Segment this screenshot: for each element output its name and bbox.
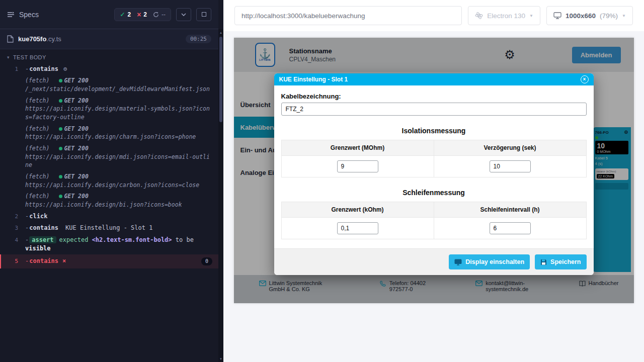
isolationsmessung-heading: Isolationsmessung (281, 127, 587, 135)
fail-cross-icon: × (62, 257, 66, 265)
speichern-button[interactable]: Speichern (535, 254, 586, 269)
fetch-prefix: (fetch) (25, 173, 49, 180)
app-under-test: ⚓ LITTWIN Stationsname CPLV4_Maschen ⚙ A… (234, 38, 634, 303)
command-number (0, 172, 25, 189)
stop-tests-button[interactable] (196, 8, 211, 21)
close-icon[interactable]: × (581, 75, 589, 83)
grenzwert-kohm-input[interactable] (337, 222, 378, 234)
command-number: 3 (0, 224, 25, 232)
cypress-reporter: Specs ✓2 ×2 -- kue705fo.cy.ts 00:25 (0, 0, 223, 362)
iso-col2-header: Verzögerung (sek) (434, 140, 586, 156)
command-row-fetch[interactable]: (fetch) GET 200 https://api.iconify.desi… (0, 123, 218, 143)
specs-menu[interactable]: Specs (7, 11, 109, 19)
command-number: 1 (0, 65, 25, 73)
viewport-selector[interactable]: 1000x660 (79%) ▼ (546, 6, 633, 25)
loop-col2-header: Schleifenintervall (h) (434, 202, 586, 218)
fetch-status: GET 200 (64, 97, 88, 104)
check-icon: ✓ (120, 11, 125, 18)
kabelbezeichnung-input[interactable] (281, 103, 587, 116)
schleifenmessung-table: Grenzwert (kOhm) Schleifenintervall (h) (281, 202, 587, 239)
command-row-contains-3[interactable]: 3 -containsKUE Einstellung - Slot 1 (0, 222, 218, 234)
dash: - (25, 236, 29, 243)
assert-mid: to be (176, 236, 194, 243)
spec-file-row[interactable]: kue705fo.cy.ts 00:25 (0, 29, 218, 49)
test-stats: ✓2 ×2 -- (114, 8, 171, 21)
loop-cell-1 (281, 218, 434, 239)
command-row-contains-1[interactable]: 1 -contains⚙ (0, 63, 218, 75)
isolationsmessung-table: Grenzwert (MOhm) Verzögerung (sek) (281, 140, 587, 177)
command-number (0, 125, 25, 141)
file-icon (7, 35, 14, 43)
kabel-label: Kabelbezeichnung: (281, 93, 587, 100)
retry-count-badge: 0 (201, 257, 212, 266)
test-body-label: TEST BODY (13, 54, 46, 60)
command-number (0, 76, 25, 93)
stat-failed: ×2 (137, 11, 147, 19)
stop-icon (202, 12, 206, 17)
stat-passed: ✓2 (120, 11, 131, 18)
scroll-down-icon[interactable]: ▼ (218, 355, 223, 362)
assert-target: <h2.text-sm.font-bold> (92, 236, 172, 243)
fetch-status: GET 200 (64, 125, 88, 132)
schleifenmessung-heading: Schleifenmessung (281, 189, 587, 197)
fetch-status: GET 200 (64, 145, 88, 152)
browser-name: Electron 130 (487, 12, 525, 20)
schleifenintervall-input[interactable] (490, 222, 531, 234)
aut-viewport: ⚓ LITTWIN Stationsname CPLV4_Maschen ⚙ A… (223, 31, 644, 362)
command-row-click[interactable]: 2 -click (0, 211, 218, 222)
fetch-url: https://api.iconify.design/carbon.json?i… (25, 181, 212, 190)
command-row-fetch[interactable]: (fetch) GET 200 https://api.iconify.desi… (0, 143, 218, 171)
command-number (0, 97, 25, 122)
verzoegerung-sek-input[interactable] (490, 160, 531, 172)
electron-icon (475, 12, 483, 20)
reporter-scrollbar[interactable]: ▲ ▼ (218, 29, 223, 362)
command-row-assert[interactable]: 4 -assertexpected <h2.text-sm.font-bold>… (0, 234, 218, 255)
fetch-url: https://api.iconify.design/bi.json?icons… (25, 201, 212, 209)
assert-badge: assert (29, 236, 56, 243)
cross-icon: × (137, 11, 141, 19)
assert-state: visible (25, 245, 51, 252)
fetch-prefix: (fetch) (25, 145, 49, 152)
command-number (0, 144, 25, 169)
test-body-toggle[interactable]: ▾ TEST BODY (0, 49, 218, 63)
status-dot-icon (59, 127, 62, 131)
command-row-fetch[interactable]: (fetch) GET 200 /_next/static/developmen… (0, 75, 218, 95)
fetch-prefix: (fetch) (25, 125, 49, 132)
monitor-icon (553, 12, 561, 19)
browser-selector[interactable]: Electron 130 ▼ (468, 6, 540, 25)
fetch-status: GET 200 (64, 173, 88, 180)
command-name: contains (29, 257, 58, 265)
command-row-fetch[interactable]: (fetch) GET 200 https://api.iconify.desi… (0, 191, 218, 210)
command-log: 1 -contains⚙ (fetch) GET 200 /_next/stat… (0, 63, 218, 268)
fetch-url: https://api.iconify.design/mdi.json?icon… (25, 153, 212, 169)
command-row-fetch[interactable]: (fetch) GET 200 https://api.iconify.desi… (0, 171, 218, 191)
display-icon (454, 259, 462, 265)
command-row-contains-failed[interactable]: 5 -contains × 0 (0, 254, 218, 268)
grenzwert-mohm-input[interactable] (337, 160, 378, 172)
status-dot-icon (59, 99, 62, 103)
command-number (0, 192, 25, 209)
spec-extension: .cy.ts (46, 35, 61, 43)
aut-panel: http://localhost:3000/kabelueberwachung … (223, 0, 644, 362)
command-name: contains (29, 224, 58, 231)
command-number: 4 (0, 236, 25, 253)
collapse-reporter-button[interactable] (176, 8, 191, 21)
display-button-label: Display einschalten (465, 258, 524, 265)
scroll-up-icon[interactable]: ▲ (218, 29, 223, 36)
dash: - (25, 65, 29, 72)
command-row-fetch[interactable]: (fetch) GET 200 https://api.iconify.desi… (0, 95, 218, 123)
url-input[interactable]: http://localhost:3000/kabelueberwachung (234, 6, 462, 25)
loop-cell-2 (434, 218, 586, 239)
chevron-down-icon: ▼ (529, 14, 533, 18)
modal-title-bar: KUE Einstellung - Slot 1 × (274, 73, 594, 85)
display-einschalten-button[interactable]: Display einschalten (449, 254, 530, 269)
specs-label: Specs (19, 11, 39, 19)
fetch-url: /_next/static/development/_devMiddleware… (25, 85, 212, 94)
scrollbar-thumb[interactable] (219, 37, 222, 122)
specs-list-icon (7, 11, 15, 18)
command-detail: KUE Einstellung - Slot 1 (65, 224, 152, 231)
fetch-prefix: (fetch) (25, 97, 49, 104)
command-name: click (29, 213, 47, 220)
refresh-icon (153, 12, 159, 18)
iso-cell-2 (434, 156, 586, 177)
